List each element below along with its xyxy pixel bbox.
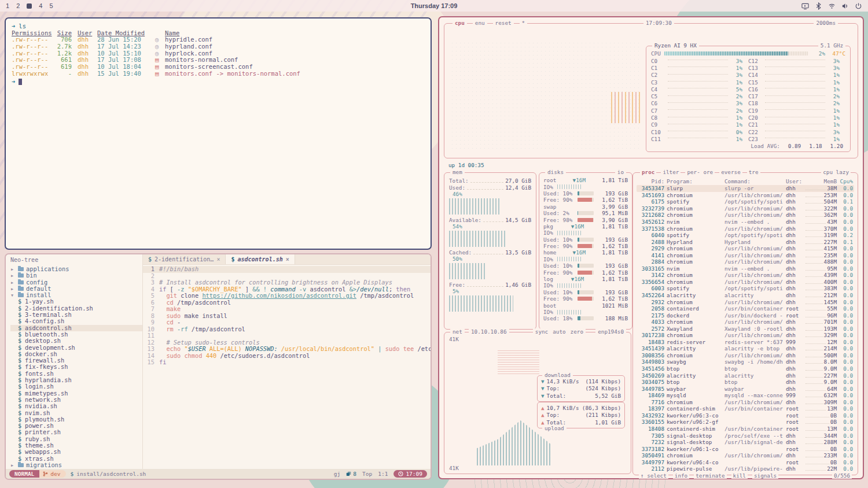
process-row[interactable]: 3432932kworker/u96:3-coroot0B0.0 [637,412,854,419]
process-row[interactable]: 2488HyprlandHyprlanddhh227M0.1 [637,238,854,245]
process-row[interactable]: 3373182kworker/u96:1-coroot0B0.0 [637,445,854,452]
process-row[interactable]: 3451456btopbtopdhh9.0M0.0 [637,365,854,372]
process-row[interactable]: 7305signal-desktop/proc/self/exe --tdhh3… [637,432,854,439]
proc-tab-ilter[interactable]: ilter [661,169,681,175]
editor-window[interactable]: Neo-tree ▸applications▸bin▸config▸defaul… [5,253,432,480]
process-row[interactable]: 3449797kworker/u96:4-coroot0B0.0 [637,459,854,465]
process-row[interactable]: 2175dockerd/usr/bin/dockerd -root96M0.0 [637,312,854,319]
proc-col-memb[interactable]: MemB [806,178,837,184]
proc-col-command[interactable]: Command: [724,178,784,184]
btop-button-cpu[interactable]: cpu [453,20,467,26]
proc-tab-per-ore[interactable]: per- ore [685,169,715,175]
mem-box-title[interactable]: mem [450,169,465,176]
process-row[interactable]: 2572XwaylandXwayland :0 -rootldhh193M0.0 [637,325,854,332]
process-row[interactable]: 2058containerd/usr/bin/containerroot55M0… [637,305,854,312]
clock[interactable]: Thursday 17:09 [411,2,458,9]
process-row[interactable]: 2929chromium/usr/lib/chromium/dhh415M0.0 [637,245,854,252]
proc-col-cpu[interactable]: Cpu% [839,178,853,184]
btop-button-reset[interactable]: reset [493,20,514,26]
btop-window[interactable]: cpuenureset* 17:09:30 2000ms Ryzen AI 9 … [438,16,864,479]
tree-dir-migrations[interactable]: ▸migrations [10,462,142,468]
btop-interval[interactable]: 2000ms [814,20,838,26]
process-row[interactable]: 18469mysqldmysqld --max-conne999632M0.0 [637,392,854,399]
proc-sort[interactable]: cpu lazy [821,169,851,175]
workspace-5[interactable]: 5 [49,2,53,9]
tab-asdcontrol.sh[interactable]: $asdcontrol.sh× [226,254,295,264]
process-row[interactable]: 3212682chromium/usr/lib/chromium/dhh362M… [637,212,854,219]
process-row[interactable]: 3449785waybarwaybardhh64M0.0 [637,385,854,392]
proc-action-kill[interactable]: kill [731,472,748,479]
terminal-window[interactable]: ➜lsPermissionsSizeUserDate ModifiedName.… [5,17,432,250]
net-button-zero[interactable]: zero [571,328,583,335]
tab-count[interactable]: 8 [346,471,356,477]
process-row[interactable]: 3050491chromium/usr/lib/chromium/dhh233M… [637,452,854,459]
tree-file-desktop.sh[interactable]: $desktop.sh [10,338,142,344]
net-button-sync[interactable]: sync [535,328,548,335]
net-interface[interactable]: enp194s0 [595,328,626,335]
proc-col-program[interactable]: Program: [667,178,722,184]
process-row[interactable]: 18408containerd-shim/usr/bin/containerro… [637,426,854,432]
process-row[interactable]: 7232signal-desktop/usr/lib/signal-dedhh2… [637,439,854,446]
proc-col-pid[interactable]: Pid: [638,178,664,184]
process-row[interactable]: 3008356chromium/usr/lib/chromium/dhh500M… [637,352,854,359]
process-row[interactable]: 3451693chromium/usr/lib/chromium/dhh253M… [637,192,854,199]
process-row[interactable]: 18397containerd-shim/usr/bin/containerro… [637,405,854,412]
screencast-icon[interactable] [801,2,809,10]
process-row[interactable]: 3017238chromium/usr/lib/chromium/dhh329M… [637,332,854,339]
bluetooth-icon[interactable] [815,2,822,10]
tab-2-identification[interactable]: $2-identification…× [143,254,226,264]
process-row[interactable]: 6175spotify/opt/spotify/spotidhh504M0.1 [637,198,854,205]
process-row[interactable]: 2112pipewire-pulse/usr/lib/pipewire-dhh2… [637,465,854,472]
git-branch[interactable]: dev [39,470,65,478]
proc-action--select[interactable]: ↑ select [639,472,668,479]
workspace-1[interactable]: 1 [6,2,9,9]
tree-file-webapps.sh[interactable]: $webapps.sh [10,449,142,455]
tab-close-icon[interactable]: × [286,256,289,263]
process-row[interactable]: 3450269alacrittyalacrittydhh227M0.0 [637,372,854,379]
proc-tab-everse[interactable]: everse [719,169,742,175]
process-row[interactable]: 3033165nvimnvim --embed .dhh95M0.0 [637,265,854,272]
tree-file-4-config.sh[interactable]: $4-config.sh [10,318,142,324]
btop-button-enu[interactable]: enu [473,20,487,26]
btop-button-preset[interactable]: * [520,20,528,26]
process-row[interactable]: 6040spotify/opt/spotify/spotidhh319M0.2 [637,232,854,239]
tab-close-icon[interactable]: × [216,256,220,263]
net-box-title[interactable]: net [450,328,465,335]
process-row[interactable]: 4033chromium/usr/lib/chromium/dhh701M0.0 [637,319,854,326]
power-icon[interactable] [855,2,862,10]
process-row[interactable]: 3449803swaybgswaybg -i /home/dhdhh8.0M0.… [637,358,854,365]
process-row[interactable]: 3356654chromium/usr/lib/chromium/dhh400M… [637,279,854,286]
proc-action-terminate[interactable]: terminate [694,472,726,479]
tree-file-nvidia.sh[interactable]: $nvidia.sh [10,403,142,409]
workspace-4[interactable]: 4 [39,2,42,9]
process-row[interactable]: 3452612nvimnvim --embed .dhh43M0.0 [637,219,854,225]
io-toggle[interactable]: io [615,169,626,176]
disks-box-title[interactable]: disks [545,169,566,176]
proc-tab-proc[interactable]: proc [640,169,656,175]
workspace-2[interactable]: 2 [16,2,20,9]
proc-tab-tre[interactable]: tre [747,169,760,175]
process-row[interactable]: 2932chromium/usr/lib/chromium/dhh145M0.0 [637,298,854,305]
wifi-icon[interactable] [828,2,836,10]
process-row[interactable]: 3034075btopbtopdhh9.0M0.0 [637,379,854,386]
process-row[interactable]: 3451439alacrittyalacritty -e btopdhh214M… [637,345,854,352]
process-row[interactable]: 4141chromium/usr/lib/chromium/dhh235M0.0 [637,252,854,258]
process-row[interactable]: 3453347slurpslurp -ordhh38M0.0 [637,185,854,192]
process-row[interactable]: 2884chromium/usr/lib/chromium/dhh488M0.0 [637,258,854,265]
process-row[interactable]: 3371538chromium/usr/lib/chromium/dhh370M… [637,225,854,232]
proc-col-user[interactable]: User: [786,178,803,184]
tree-dir-bin[interactable]: ▸bin [10,272,142,279]
process-row[interactable]: 18483redis-serverredis-server *:63799912… [637,339,854,346]
workspace-3-active[interactable] [27,3,32,9]
proc-action-info[interactable]: info [673,472,689,479]
volume-icon[interactable] [841,2,849,10]
proc-action-signals[interactable]: signals [752,472,778,479]
code-buffer[interactable]: 1#!/bin/bash23# Install asdcontrol for c… [143,265,431,469]
tree-file-login.sh[interactable]: $login.sh [10,383,142,390]
process-row[interactable]: 3360155kworker/u96:2-gfroot0B0.0 [637,419,854,426]
process-row[interactable]: 7716chromium/usr/lib/chromium/dhh309M0.0 [637,399,854,406]
process-row[interactable]: 6003spotify/opt/spotify/spotidhh383M0.0 [637,285,854,292]
net-button-auto[interactable]: auto [553,328,565,335]
process-row[interactable]: 3142chromium/usr/lib/chromium/dhh439M0.0 [637,272,854,279]
process-row[interactable]: 3232739chromium/usr/lib/chromium/dhh322M… [637,205,854,212]
